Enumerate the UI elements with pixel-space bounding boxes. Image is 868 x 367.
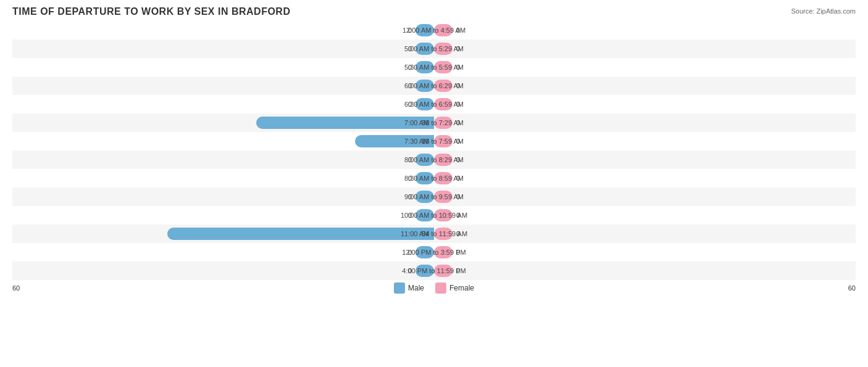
table-row: 0 12:00 AM to 4:59 AM 0 [12,21,856,39]
female-bar [434,43,453,55]
male-value: 16 [422,138,429,145]
female-side: 0 [434,151,856,169]
male-value: 0 [408,27,412,34]
male-side: 36 [12,113,434,132]
table-row: 16 7:30 AM to 7:59 AM 0 [12,132,856,151]
male-bar: 36 [256,117,434,129]
male-bar [415,209,434,221]
table-row: 0 4:00 PM to 11:59 PM 0 [12,262,856,280]
male-value: 0 [408,193,412,200]
table-row: 0 10:00 AM to 10:59 AM 0 [12,206,856,225]
female-bar [434,80,453,92]
table-row: 0 5:00 AM to 5:29 AM 0 [12,39,856,58]
male-bar [415,61,434,73]
male-value: 0 [408,249,412,256]
female-bar [434,246,453,258]
female-side: 0 [434,39,856,58]
legend-male: Male [394,282,424,294]
female-value: 0 [456,156,460,163]
female-bar [434,209,453,221]
female-value: 0 [456,249,460,256]
male-value: 36 [422,119,429,126]
source-text: Source: ZipAtlas.com [791,7,856,15]
female-value: 0 [456,193,460,200]
male-side: 0 [12,58,434,76]
legend-male-box [394,282,405,294]
chart-footer: 60 Male Female 60 [12,280,856,294]
legend-male-label: Male [408,284,424,292]
male-bar [415,98,434,110]
male-bar [415,43,434,55]
male-side: 0 [12,95,434,113]
female-bar [434,172,453,184]
female-side: 0 [434,243,856,262]
male-bar [415,154,434,166]
legend: Male Female [394,282,474,294]
female-value: 0 [456,64,460,71]
female-bar [434,191,453,203]
male-side: 0 [12,76,434,95]
female-value: 0 [456,119,460,126]
male-bar [415,80,434,92]
male-bar: 54 [167,228,434,240]
chart-container: TIME OF DEPARTURE TO WORK BY SEX IN BRAD… [0,0,868,367]
table-row: 0 12:00 PM to 3:59 PM 0 [12,243,856,262]
legend-female-label: Female [449,284,474,292]
table-row: 0 8:00 AM to 8:29 AM 0 [12,151,856,169]
legend-female: Female [435,282,474,294]
table-row: 0 8:30 AM to 8:59 AM 0 [12,169,856,188]
female-value: 0 [456,175,460,182]
female-value: 0 [456,230,460,237]
female-bar [434,24,453,36]
female-side: 0 [434,113,856,132]
male-bar [415,172,434,184]
female-bar [434,228,453,240]
male-bar: 16 [355,135,434,147]
female-bar [434,117,453,129]
female-side: 0 [434,206,856,225]
male-value: 0 [408,156,412,163]
table-row: 0 9:00 AM to 9:59 AM 0 [12,188,856,206]
rows-wrapper: 0 12:00 AM to 4:59 AM 0 0 5:00 AM to 5:2… [12,21,856,280]
male-bar [415,191,434,203]
female-bar [434,61,453,73]
male-value: 0 [408,175,412,182]
female-value: 0 [456,212,460,219]
male-side: 0 [12,39,434,58]
female-side: 0 [434,188,856,206]
female-side: 0 [434,169,856,188]
female-bar [434,135,453,147]
male-value: 0 [408,267,412,274]
female-value: 0 [456,27,460,34]
male-side: 0 [12,188,434,206]
female-value: 0 [456,267,460,274]
male-side: 16 [12,132,434,151]
male-value: 0 [408,45,412,52]
male-value: 0 [408,212,412,219]
table-row: 54 11:00 AM to 11:59 AM 0 [12,225,856,243]
female-value: 0 [456,101,460,108]
male-side: 54 [12,225,434,243]
female-value: 0 [456,138,460,145]
female-side: 0 [434,21,856,39]
female-side: 0 [434,76,856,95]
male-value: 0 [408,64,412,71]
female-side: 0 [434,262,856,280]
male-side: 0 [12,206,434,225]
table-row: 0 6:30 AM to 6:59 AM 0 [12,95,856,113]
female-bar [434,98,453,110]
male-side: 0 [12,21,434,39]
female-bar [434,154,453,166]
male-bar [415,24,434,36]
legend-female-box [435,282,446,294]
axis-label-left: 60 [12,284,20,292]
female-value: 0 [456,82,460,89]
female-bar [434,265,453,277]
table-row: 0 5:30 AM to 5:59 AM 0 [12,58,856,76]
female-side: 0 [434,58,856,76]
male-side: 0 [12,262,434,280]
male-value: 0 [408,82,412,89]
male-side: 0 [12,243,434,262]
female-value: 0 [456,45,460,52]
female-side: 0 [434,132,856,151]
